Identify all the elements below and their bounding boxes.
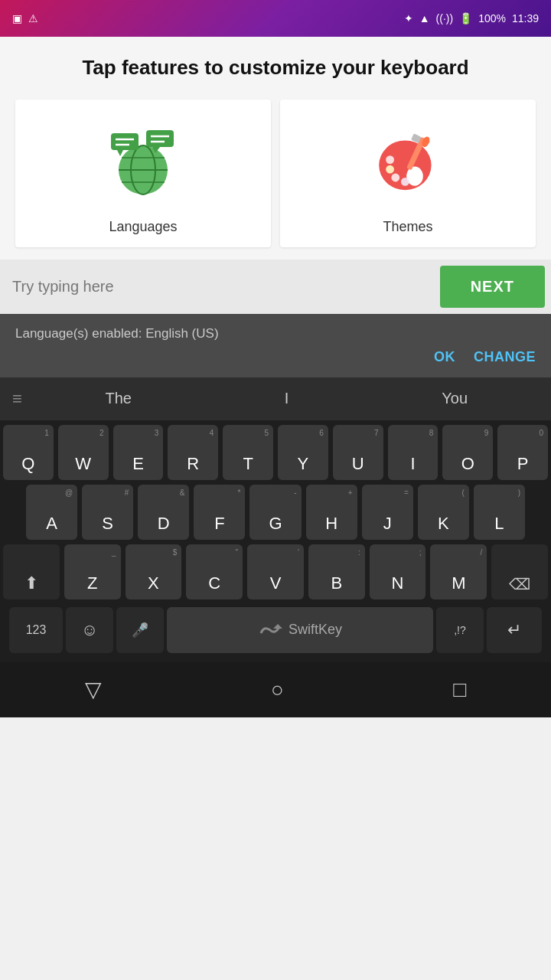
shift-key[interactable]: ⬆: [3, 544, 60, 599]
feature-cards: Languages: [15, 100, 536, 247]
key-q[interactable]: 1Q: [3, 425, 54, 480]
keyboard: 1Q 2W 3E 4R 5T 6Y 7U 8I 9O 0P @A #S &D *…: [0, 420, 551, 662]
key-c[interactable]: "C: [186, 544, 243, 599]
bottom-key-row: 123 ☺ 🎤 SwiftKey ,!? ↵: [3, 604, 548, 659]
suggestion-i[interactable]: I: [203, 390, 371, 407]
time-display: 11:39: [512, 12, 539, 24]
svg-marker-6: [117, 150, 123, 156]
num-key[interactable]: 123: [9, 607, 63, 653]
emoji-key[interactable]: ☺: [66, 607, 113, 653]
suggestion-you[interactable]: You: [370, 390, 539, 407]
themes-card[interactable]: Themes: [280, 100, 536, 247]
swiftkey-label: SwiftKey: [289, 622, 342, 638]
key-a[interactable]: @A: [26, 485, 77, 540]
enter-key[interactable]: ↵: [487, 607, 542, 653]
languages-icon: [97, 118, 189, 210]
next-button[interactable]: NEXT: [440, 266, 545, 308]
key-e[interactable]: 3E: [113, 425, 164, 480]
suggestions-bar: ≡ The I You: [0, 377, 551, 420]
key-x[interactable]: $X: [126, 544, 182, 599]
back-button[interactable]: ▽: [85, 677, 102, 702]
nav-bar: ▽ ○ □: [0, 662, 551, 717]
keyboard-container: Language(s) enabled: English (US) OK CHA…: [0, 314, 551, 662]
key-p[interactable]: 0P: [497, 425, 548, 480]
backspace-key[interactable]: ⌫: [491, 544, 548, 599]
input-area: NEXT: [0, 260, 551, 314]
bluetooth-icon: ✦: [404, 12, 413, 24]
key-v[interactable]: 'V: [247, 544, 304, 599]
ok-button[interactable]: OK: [434, 349, 455, 365]
key-k[interactable]: (K: [418, 485, 469, 540]
languages-card[interactable]: Languages: [15, 100, 271, 247]
lang-enabled-text: Language(s) enabled: English (US): [15, 326, 536, 341]
swiftkey-logo: SwiftKey: [258, 622, 342, 638]
space-key[interactable]: SwiftKey: [167, 607, 433, 653]
svg-rect-9: [146, 130, 174, 147]
key-m[interactable]: /M: [430, 544, 487, 599]
key-n[interactable]: ;N: [370, 544, 426, 599]
punct-key[interactable]: ,!?: [436, 607, 484, 653]
svg-point-19: [386, 165, 394, 174]
main-content: Tap features to customize your keyboard: [0, 37, 551, 260]
languages-label: Languages: [109, 219, 177, 235]
svg-point-18: [386, 155, 394, 164]
svg-marker-22: [273, 624, 282, 629]
status-bar: ▣ ⚠ ✦ ▲ ((·)) 🔋 100% 11:39: [0, 0, 551, 37]
status-right: ✦ ▲ ((·)) 🔋 100% 11:39: [404, 12, 539, 24]
typing-input[interactable]: [6, 269, 434, 305]
key-w[interactable]: 2W: [58, 425, 109, 480]
lang-actions: OK CHANGE: [15, 349, 536, 371]
recent-button[interactable]: □: [453, 678, 466, 702]
key-z[interactable]: _Z: [64, 544, 121, 599]
key-row-1: 1Q 2W 3E 4R 5T 6Y 7U 8I 9O 0P: [3, 425, 548, 480]
key-u[interactable]: 7U: [333, 425, 383, 480]
lang-banner: Language(s) enabled: English (US) OK CHA…: [0, 314, 551, 377]
key-r[interactable]: 4R: [168, 425, 218, 480]
home-button[interactable]: ○: [271, 678, 284, 702]
svg-point-20: [391, 173, 399, 181]
key-s[interactable]: #S: [82, 485, 133, 540]
key-d[interactable]: &D: [138, 485, 189, 540]
svg-rect-5: [111, 133, 139, 150]
wifi-icon: ((·)): [436, 12, 454, 24]
change-button[interactable]: CHANGE: [474, 349, 536, 365]
key-b[interactable]: :B: [308, 544, 365, 599]
screen-icon: ▣: [12, 12, 22, 24]
key-row-2: @A #S &D *F -G +H =J (K )L: [3, 485, 548, 540]
mic-key[interactable]: 🎤: [116, 607, 164, 653]
notification-icon: ⚠: [28, 12, 38, 24]
key-g[interactable]: -G: [249, 485, 301, 540]
key-l[interactable]: )L: [474, 485, 525, 540]
svg-point-21: [401, 178, 409, 186]
key-o[interactable]: 9O: [442, 425, 493, 480]
status-left: ▣ ⚠: [12, 12, 38, 24]
key-j[interactable]: =J: [362, 485, 413, 540]
key-h[interactable]: +H: [306, 485, 357, 540]
key-f[interactable]: *F: [194, 485, 245, 540]
key-t[interactable]: 5T: [223, 425, 273, 480]
key-i[interactable]: 8I: [388, 425, 439, 480]
suggestion-the[interactable]: The: [34, 390, 203, 407]
battery-icon: 🔋: [459, 12, 472, 24]
page-title: Tap features to customize your keyboard: [15, 55, 536, 81]
signal-icon: ▲: [419, 12, 430, 24]
themes-icon: [362, 118, 454, 210]
key-row-3: ⬆ _Z $X "C 'V :B ;N /M ⌫: [3, 544, 548, 599]
themes-label: Themes: [383, 219, 432, 235]
battery-percent: 100%: [478, 12, 506, 24]
key-y[interactable]: 6Y: [278, 425, 328, 480]
menu-icon[interactable]: ≡: [12, 389, 22, 409]
